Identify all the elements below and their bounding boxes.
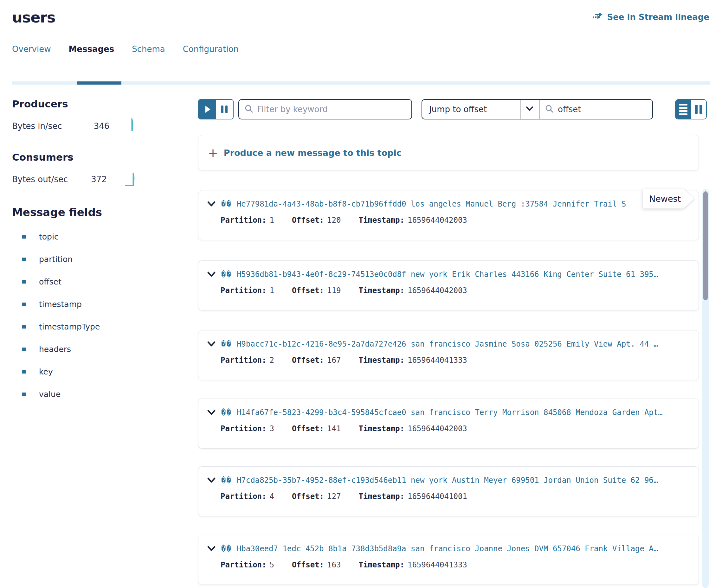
message-key-text[interactable]: H5936db81-b943-4e0f-8c29-74513e0c0d8f ne…: [237, 270, 658, 279]
square-bullet-icon: [22, 348, 26, 351]
tab-configuration[interactable]: Configuration: [183, 44, 239, 63]
message-card: �� H9bacc71c-b12c-4216-8e95-2a7da727e426…: [198, 330, 699, 380]
partition-value: 1: [270, 286, 274, 295]
partition-label: Partition:: [221, 216, 267, 225]
message-key-text[interactable]: Hba30eed7-1edc-452b-8b1a-738d3b5d8a9a sa…: [237, 544, 658, 553]
message-key-text[interactable]: H7cda825b-35b7-4952-88ef-c193d546eb11 ne…: [237, 476, 658, 485]
message-key-text[interactable]: H9bacc71c-b12c-4216-8e95-2a7da727e426 sa…: [237, 340, 658, 349]
partition-label: Partition:: [221, 492, 267, 501]
offset-value: 141: [327, 424, 341, 433]
field-item-topic[interactable]: topic: [22, 226, 100, 248]
jump-select-chevron[interactable]: [520, 100, 539, 119]
field-label: offset: [39, 277, 61, 287]
field-label: timestampType: [39, 322, 100, 331]
message-fields-heading: Message fields: [12, 206, 102, 218]
column-view-icon: [695, 105, 698, 114]
messages-scrollbar-thumb[interactable]: [703, 191, 708, 300]
offset-value: 127: [327, 492, 341, 501]
play-button[interactable]: [199, 100, 216, 119]
unknown-glyph-icon: ��: [221, 270, 232, 279]
timestamp-value: 1659644042003: [408, 216, 467, 225]
stream-lineage-link[interactable]: See in Stream lineage: [592, 12, 709, 22]
list-view-icon: [679, 104, 687, 105]
tab-active-indicator: [77, 81, 121, 85]
timestamp-label: Timestamp:: [358, 356, 405, 365]
play-icon: [205, 106, 210, 113]
field-label: value: [39, 390, 61, 399]
field-item-timestampType[interactable]: timestampType: [22, 316, 100, 338]
message-card: �� He77981da-4a43-48ab-b8f8-cb71b96ffdd0…: [198, 190, 699, 240]
field-item-value[interactable]: value: [22, 383, 100, 405]
expand-message-button[interactable]: [207, 544, 216, 553]
square-bullet-icon: [22, 257, 26, 261]
field-item-partition[interactable]: partition: [22, 248, 100, 271]
field-item-key[interactable]: key: [22, 360, 100, 383]
message-meta: Partition:5 Offset:163 Timestamp:1659644…: [221, 561, 467, 569]
field-item-timestamp[interactable]: timestamp: [22, 293, 100, 316]
keyword-filter-field: [238, 99, 412, 120]
newest-tooltip: Newest: [643, 189, 683, 208]
message-card: �� Hba30eed7-1edc-452b-8b1a-738d3b5d8a9a…: [198, 535, 699, 585]
partition-label: Partition:: [221, 561, 267, 569]
offset-label: Offset:: [292, 492, 324, 501]
unknown-glyph-icon: ��: [221, 476, 232, 485]
pause-button[interactable]: [216, 100, 233, 119]
bytes-out-label: Bytes out/sec: [12, 174, 91, 184]
expand-message-button[interactable]: [207, 199, 216, 209]
square-bullet-icon: [22, 325, 26, 329]
offset-label: Offset:: [292, 561, 324, 569]
partition-value: 1: [270, 216, 274, 225]
bytes-in-sparkline: [128, 117, 136, 135]
field-label: timestamp: [39, 300, 82, 309]
offset-value: 120: [327, 216, 341, 225]
expand-message-button[interactable]: [207, 339, 216, 349]
unknown-glyph-icon: ��: [221, 200, 232, 208]
partition-value: 3: [270, 424, 274, 433]
produce-message-label: Produce a new message to this topic: [224, 148, 401, 158]
message-fields-list: topic partition offset timestamp timesta…: [22, 226, 100, 405]
plus-icon: +: [208, 147, 218, 159]
pause-icon: [221, 105, 224, 113]
consumers-metric-row: Bytes out/sec 372: [12, 170, 136, 189]
tab-messages[interactable]: Messages: [68, 44, 114, 63]
timestamp-value: 1659644042003: [408, 424, 467, 433]
newest-tooltip-label: Newest: [649, 194, 681, 204]
square-bullet-icon: [22, 302, 26, 306]
expand-message-button[interactable]: [207, 476, 216, 485]
unknown-glyph-icon: ��: [221, 408, 232, 417]
page-title: users: [12, 9, 55, 26]
timestamp-label: Timestamp:: [358, 216, 405, 225]
field-label: headers: [39, 345, 71, 354]
jump-to-offset-select[interactable]: Jump to offset: [422, 100, 520, 119]
field-item-headers[interactable]: headers: [22, 338, 100, 360]
column-view-button[interactable]: [691, 100, 706, 119]
stream-play-pause-toggle: [198, 99, 233, 120]
jump-to-offset-group: Jump to offset: [421, 99, 653, 120]
expand-message-button[interactable]: [207, 270, 216, 279]
message-card: �� H5936db81-b943-4e0f-8c29-74513e0c0d8f…: [198, 260, 699, 311]
offset-label: Offset:: [292, 424, 324, 433]
stream-lineage-icon: [592, 12, 603, 22]
tab-overview[interactable]: Overview: [12, 44, 51, 63]
message-key-text[interactable]: He77981da-4a43-48ab-b8f8-cb71b96ffdd0 lo…: [237, 200, 626, 208]
partition-label: Partition:: [221, 286, 267, 295]
partition-value: 2: [270, 356, 274, 365]
search-icon: [545, 105, 553, 114]
bytes-out-sparkline: [124, 170, 136, 189]
consumers-heading: Consumers: [12, 151, 74, 163]
timestamp-value: 1659644041333: [408, 356, 467, 365]
unknown-glyph-icon: ��: [221, 544, 232, 553]
field-item-offset[interactable]: offset: [22, 271, 100, 293]
list-view-button[interactable]: [676, 100, 691, 119]
message-key-text[interactable]: H14fa67fe-5823-4299-b3c4-595845cfcae0 sa…: [237, 408, 663, 417]
field-label: topic: [39, 232, 59, 241]
keyword-filter-input[interactable]: [257, 105, 406, 114]
offset-search-input[interactable]: [558, 105, 646, 114]
tab-schema[interactable]: Schema: [132, 44, 165, 63]
expand-message-button[interactable]: [207, 408, 216, 417]
offset-label: Offset:: [292, 356, 324, 365]
producers-heading: Producers: [12, 98, 68, 110]
timestamp-label: Timestamp:: [358, 492, 405, 501]
produce-message-button[interactable]: + Produce a new message to this topic: [198, 135, 699, 170]
timestamp-value: 1659644041001: [408, 492, 467, 501]
